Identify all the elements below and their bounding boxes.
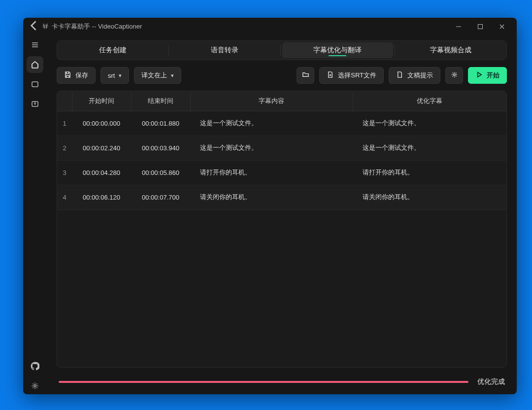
col-header-content: 字幕内容	[190, 91, 353, 111]
progress-bar	[59, 381, 468, 383]
svg-point-4	[453, 74, 455, 76]
sidebar-item-home[interactable]	[27, 56, 43, 73]
start-label: 开始	[487, 71, 499, 80]
format-label: srt	[108, 72, 115, 79]
layout-dropdown[interactable]: 译文在上 ▾	[134, 67, 181, 84]
tab-synthesis[interactable]: 字幕视频合成	[395, 41, 506, 60]
menu-toggle[interactable]	[27, 36, 43, 53]
titlebar: 卡卡字幕助手 -- VideoCaptioner	[23, 18, 517, 35]
window-title: 卡卡字幕助手 -- VideoCaptioner	[52, 22, 142, 31]
sidebar	[23, 35, 47, 394]
svg-rect-0	[478, 25, 483, 29]
cell-optimized[interactable]: 这是一个测试文件。	[353, 136, 506, 160]
document-icon	[396, 71, 403, 80]
main-area: 任务创建 语音转录 字幕优化与翻译 字幕视频合成 保存 srt ▾ 译文在上	[47, 35, 517, 394]
cell-content[interactable]: 请关闭你的耳机。	[190, 185, 353, 209]
footer: 优化完成	[47, 373, 517, 394]
col-header-optimized: 优化字幕	[353, 91, 506, 111]
cell-start[interactable]: 00:00:06.120	[72, 185, 131, 209]
col-header-end: 结束时间	[131, 91, 190, 111]
tab-transcription[interactable]: 语音转录	[169, 41, 280, 60]
cell-start[interactable]: 00:00:00.000	[72, 111, 131, 136]
back-button[interactable]	[27, 19, 41, 34]
col-header-start: 开始时间	[72, 91, 131, 111]
table-row[interactable]: 200:00:02.24000:00:03.940这是一个测试文件。这是一个测试…	[57, 136, 506, 160]
settings-button[interactable]	[445, 67, 463, 84]
toolbar: 保存 srt ▾ 译文在上 ▾ 选择SRT文件	[57, 67, 507, 84]
file-add-icon	[327, 71, 334, 80]
subtitle-table: 开始时间 结束时间 字幕内容 优化字幕 100:00:00.00000:00:0…	[57, 91, 507, 368]
table-row[interactable]: 300:00:04.28000:00:05.860请打开你的耳机。请打开你的耳机…	[57, 160, 506, 185]
maximize-button[interactable]	[469, 19, 491, 34]
workflow-tabs: 任务创建 语音转录 字幕优化与翻译 字幕视频合成	[57, 40, 507, 60]
prompt-label: 文稿提示	[407, 71, 433, 80]
cell-index: 1	[57, 111, 72, 136]
cell-index: 3	[57, 160, 72, 185]
cell-content[interactable]: 请打开你的耳机。	[190, 160, 353, 185]
layout-label: 译文在上	[141, 71, 167, 80]
app-icon	[42, 23, 49, 31]
prompt-button[interactable]: 文稿提示	[389, 67, 440, 84]
cell-start[interactable]: 00:00:04.280	[72, 160, 131, 185]
svg-point-3	[34, 385, 36, 387]
select-srt-label: 选择SRT文件	[338, 71, 376, 80]
table-row[interactable]: 100:00:00.00000:00:01.880这是一个测试文件。这是一个测试…	[57, 111, 506, 136]
chevron-down-icon: ▾	[119, 72, 122, 79]
close-button[interactable]	[491, 19, 513, 34]
cell-content[interactable]: 这是一个测试文件。	[190, 111, 353, 136]
tab-optimize-translate[interactable]: 字幕优化与翻译	[282, 42, 394, 58]
sidebar-item-subtitle[interactable]	[27, 76, 43, 93]
format-dropdown[interactable]: srt ▾	[100, 67, 129, 84]
start-button[interactable]: 开始	[468, 67, 507, 84]
status-text: 优化完成	[477, 377, 505, 386]
save-icon	[64, 71, 71, 80]
cell-content[interactable]: 这是一个测试文件。	[190, 136, 353, 160]
table-row[interactable]: 400:00:06.12000:00:07.700请关闭你的耳机。请关闭你的耳机…	[57, 185, 506, 209]
chevron-down-icon: ▾	[171, 72, 174, 79]
save-button[interactable]: 保存	[57, 67, 96, 84]
minimize-button[interactable]	[448, 19, 469, 34]
open-folder-button[interactable]	[297, 67, 314, 84]
cell-end[interactable]: 00:00:01.880	[131, 111, 190, 136]
sidebar-item-text[interactable]	[27, 96, 43, 112]
save-label: 保存	[75, 71, 88, 80]
select-srt-button[interactable]: 选择SRT文件	[319, 67, 384, 84]
cell-optimized[interactable]: 这是一个测试文件。	[353, 111, 506, 136]
cell-start[interactable]: 00:00:02.240	[72, 136, 131, 160]
gear-icon	[451, 71, 458, 80]
play-icon	[475, 71, 483, 80]
col-header-index	[57, 91, 72, 111]
cell-end[interactable]: 00:00:05.860	[131, 160, 190, 185]
folder-icon	[302, 71, 309, 80]
sidebar-item-github[interactable]	[27, 358, 43, 375]
cell-optimized[interactable]: 请打开你的耳机。	[353, 160, 506, 185]
sidebar-item-settings[interactable]	[27, 377, 43, 394]
cell-index: 4	[57, 185, 72, 209]
cell-optimized[interactable]: 请关闭你的耳机。	[353, 185, 506, 209]
cell-end[interactable]: 00:00:07.700	[131, 185, 190, 209]
app-window: 卡卡字幕助手 -- VideoCaptioner	[23, 18, 517, 394]
tab-task-create[interactable]: 任务创建	[57, 41, 168, 60]
cell-end[interactable]: 00:00:03.940	[131, 136, 190, 160]
cell-index: 2	[57, 136, 72, 160]
svg-rect-1	[32, 82, 38, 87]
